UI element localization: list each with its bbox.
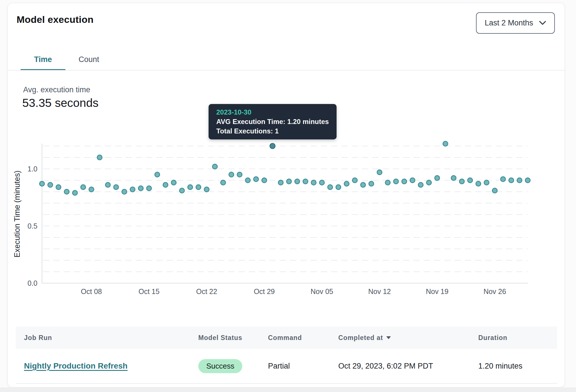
- svg-text:0.5: 0.5: [27, 222, 37, 230]
- chevron-down-icon: [539, 21, 546, 25]
- date-range-dropdown[interactable]: Last 2 Months: [476, 12, 555, 34]
- duration-cell: 1.20 minutes: [478, 362, 557, 371]
- column-header-duration: Duration: [478, 334, 557, 342]
- svg-text:1.0: 1.0: [27, 165, 37, 173]
- table-header-row: Job Run Model Status Command Completed a…: [16, 327, 557, 349]
- svg-text:Oct 22: Oct 22: [196, 287, 217, 295]
- tab-count[interactable]: Count: [65, 48, 112, 71]
- column-header-completed-at[interactable]: Completed at: [338, 334, 478, 342]
- page-background-strip: [0, 387, 576, 392]
- tab-divider: [8, 70, 565, 71]
- tooltip-date: 2023-10-30: [216, 107, 329, 117]
- chart-tooltip: 2023-10-30 AVG Execution Time: 1.20 minu…: [209, 104, 337, 139]
- svg-text:Oct 08: Oct 08: [81, 287, 102, 295]
- table-row: Nightly Production Refresh Success Parti…: [16, 349, 557, 384]
- triangle-down-icon: [386, 336, 391, 339]
- svg-text:Nov 26: Nov 26: [483, 287, 506, 295]
- svg-text:Oct 15: Oct 15: [139, 287, 160, 295]
- execution-time-scatter-chart[interactable]: 0.00.51.0Execution Time (minutes)Oct 08O…: [8, 137, 565, 302]
- job-runs-table: Job Run Model Status Command Completed a…: [16, 327, 557, 384]
- column-header-model-status: Model Status: [198, 334, 268, 342]
- page-title: Model execution: [17, 14, 93, 25]
- svg-text:0.0: 0.0: [27, 279, 37, 287]
- command-cell: Partial: [268, 362, 338, 371]
- tooltip-total-executions: Total Executions: 1: [216, 126, 329, 136]
- svg-text:Nov 12: Nov 12: [368, 287, 391, 295]
- column-header-job-run: Job Run: [24, 334, 198, 342]
- model-execution-card: Model execution Last 2 Months Time Count…: [7, 3, 565, 387]
- tooltip-avg-time: AVG Execution Time: 1.20 minutes: [216, 117, 329, 126]
- metric-value: 53.35 seconds: [22, 96, 99, 110]
- tab-time[interactable]: Time: [21, 48, 65, 71]
- tabs: Time Count: [21, 48, 112, 71]
- svg-text:Execution Time (minutes): Execution Time (minutes): [13, 171, 21, 258]
- status-cell: Success: [198, 359, 268, 373]
- column-header-command: Command: [268, 334, 338, 342]
- svg-text:Nov 05: Nov 05: [311, 287, 333, 295]
- metric-label: Avg. execution time: [23, 85, 90, 94]
- completed-at-cell: Oct 29, 2023, 6:02 PM PDT: [338, 362, 478, 371]
- svg-text:Nov 19: Nov 19: [426, 287, 448, 295]
- date-range-value: Last 2 Months: [485, 19, 533, 27]
- svg-text:Oct 29: Oct 29: [254, 287, 275, 295]
- job-run-link[interactable]: Nightly Production Refresh: [24, 361, 127, 371]
- status-badge: Success: [198, 359, 242, 373]
